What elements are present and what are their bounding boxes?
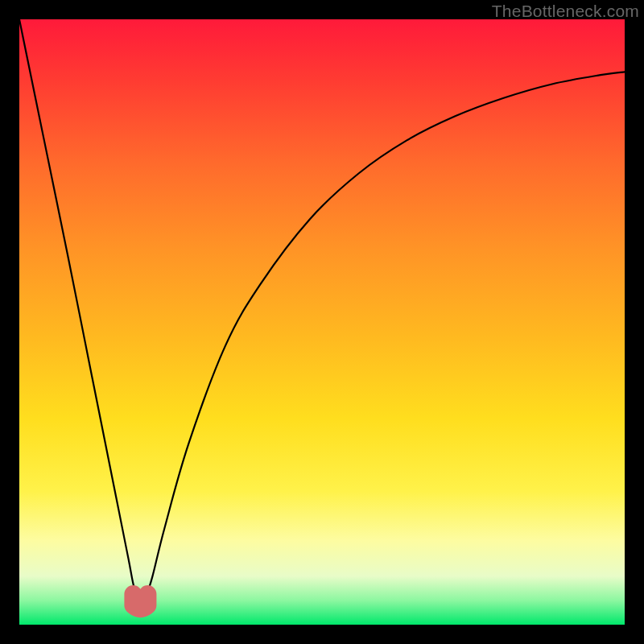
attribution-text: TheBottleneck.com bbox=[492, 2, 639, 21]
optimal-point-marker bbox=[133, 594, 147, 609]
bottleneck-curve bbox=[19, 19, 625, 601]
chart-gradient-area bbox=[19, 19, 625, 625]
bottleneck-plot bbox=[19, 19, 625, 625]
